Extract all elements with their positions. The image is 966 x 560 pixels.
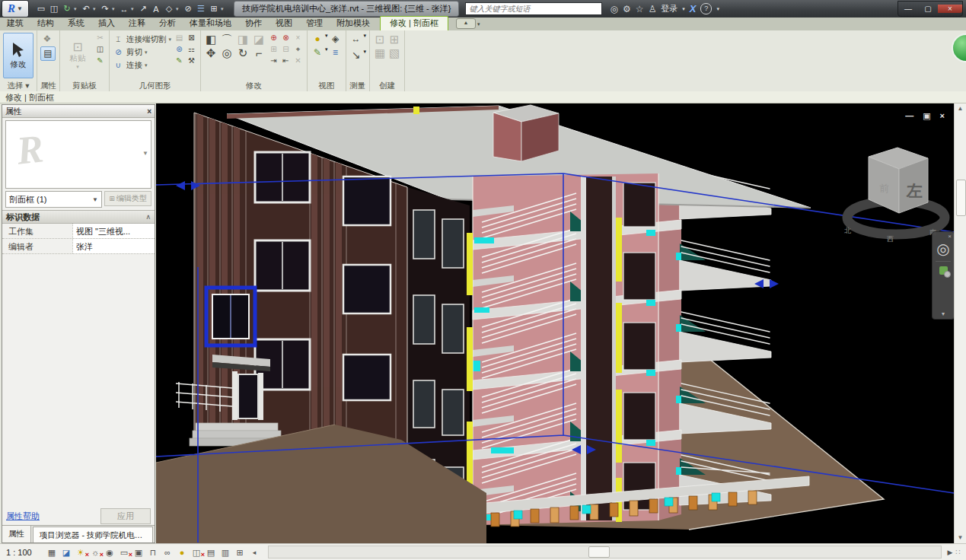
maximize-button[interactable]: ▢ [918, 5, 938, 13]
chevron-down-icon[interactable]: ▼ [142, 150, 148, 157]
offset-icon[interactable]: ⌒ [220, 33, 234, 46]
tab-analyze[interactable]: 分析 [152, 17, 183, 30]
cut-geometry-button[interactable]: ⊘ 剪切▾ [113, 46, 171, 59]
panel-label-clipboard[interactable]: 剪贴板 [60, 81, 109, 91]
wall-joins-icon[interactable]: ▤ [174, 33, 185, 43]
drawing-area[interactable]: 前 左 北 西 南 — ▣ × × ◎ ▾ [156, 103, 954, 543]
tab-architecture[interactable]: 建筑 [0, 17, 30, 30]
worksharing-display-off-icon[interactable]: ◫ [190, 546, 202, 558]
visual-style-icon[interactable]: ◪ [60, 546, 72, 558]
panel-label-select[interactable]: 选择 ▾ [0, 81, 37, 91]
rotate-icon[interactable]: ↻ [236, 46, 250, 59]
unjoin-icon[interactable]: ⊜ [174, 44, 185, 55]
close-icon[interactable]: × [147, 107, 151, 116]
cut-icon[interactable]: ✂ [94, 33, 106, 43]
exchange-apps-icon[interactable]: X [690, 3, 697, 14]
scroll-up-icon[interactable]: ▲ [955, 103, 966, 114]
thin-lines-toggle-icon[interactable]: ≡ [329, 46, 343, 59]
resize-grip[interactable]: ∷ [955, 548, 966, 556]
beam-cope-icon[interactable]: ⚏ [186, 44, 197, 55]
horizontal-scroll-thumb[interactable] [588, 546, 610, 558]
chevron-down-icon[interactable]: ▾ [112, 6, 117, 12]
app-menu-button[interactable]: R▼ [2, 0, 29, 18]
search-icon[interactable]: ◎ [610, 4, 617, 14]
measure-icon[interactable]: ↘ [349, 49, 363, 62]
render-icon[interactable]: ◈ [329, 33, 343, 46]
collapse-left-icon[interactable]: ◂ [248, 546, 260, 558]
toggle-reveal-icon[interactable]: ● [311, 33, 324, 46]
help-icon[interactable]: ? [700, 3, 712, 14]
detail-level-icon[interactable]: ▦ [46, 546, 58, 558]
edited-by-value[interactable]: 张洋 [72, 239, 155, 253]
panel-label-modify[interactable]: 修改 [201, 81, 307, 91]
viewcube-side-label[interactable]: 前 [879, 183, 889, 194]
join-end-cut-button[interactable]: ⌶ 连接端切割▾ [113, 33, 171, 46]
tab-insert[interactable]: 插入 [91, 17, 122, 30]
default-3d-view-icon[interactable]: ◇ [163, 4, 175, 14]
modify-tool-button[interactable]: 修改 [3, 33, 33, 78]
type-selector-dropdown[interactable]: 剖面框 (1) ▼ [5, 191, 102, 208]
horizontal-scrollbar[interactable] [268, 546, 942, 558]
demolish-hammer-icon[interactable]: ⚒ [186, 56, 197, 66]
tab-addins[interactable]: 附加模块 [330, 17, 377, 30]
align-icon[interactable]: ◧ [204, 33, 218, 46]
dimension-icon[interactable]: ↔ [118, 5, 130, 14]
sign-in-label[interactable]: 登录 [661, 3, 677, 14]
crop-view-off-icon[interactable]: ▭ [118, 546, 130, 558]
view-close-button[interactable]: × [940, 111, 945, 121]
trim-extend-multiple-icon[interactable]: ⇤ [280, 56, 292, 66]
panel-label-properties[interactable]: 属性 [37, 81, 59, 91]
split-element-icon[interactable]: ⊕ [268, 33, 279, 43]
collapse-chevron-icon[interactable]: ∧ [145, 213, 151, 221]
user-icon[interactable]: ♙ [648, 4, 656, 14]
viewcube-face-label[interactable]: 左 [906, 182, 923, 199]
redo-icon[interactable]: ↷ [99, 4, 111, 14]
chevron-down-icon[interactable]: ▾ [716, 6, 719, 12]
split-with-gap-icon[interactable]: ⊗ [280, 33, 292, 43]
tab-project-browser[interactable]: 项目浏览器 - 技师学院机电培训... [33, 527, 153, 542]
view-restore-button[interactable]: ▣ [923, 111, 930, 121]
chevron-down-icon[interactable]: ▾ [682, 6, 685, 12]
create-assembly-icon[interactable]: ▦ [373, 46, 387, 59]
temporary-hide-isolate-icon[interactable]: ∞ [161, 546, 174, 558]
displace-elements-icon[interactable]: ⊞ [234, 546, 246, 558]
delete-icon[interactable]: ✕ [292, 56, 304, 66]
scale-icon[interactable]: ⊟ [280, 44, 292, 55]
join-geometry-button[interactable]: ∪ 连接▾ [113, 59, 171, 72]
search-input[interactable] [465, 2, 602, 15]
scroll-down-icon[interactable]: ▼ [955, 533, 966, 543]
tab-massing-site[interactable]: 体量和场地 [183, 17, 238, 30]
copy-element-icon[interactable]: ◎ [220, 46, 234, 59]
demolish-icon[interactable]: ⊠ [186, 33, 197, 43]
close-button[interactable]: × [938, 5, 962, 13]
chevron-down-icon[interactable]: ▾ [131, 6, 136, 12]
properties-header[interactable]: 属性 × [2, 105, 155, 118]
open-icon[interactable]: ▭ [35, 4, 47, 14]
type-properties-icon[interactable]: ❖ [40, 33, 54, 46]
ribbon-collapse-button[interactable]: ▲ [456, 18, 476, 29]
edit-type-button[interactable]: ⊞ 编辑类型 [104, 191, 151, 206]
steering-wheel-icon[interactable]: ◎ [936, 241, 949, 256]
vertical-scroll-thumb[interactable] [956, 180, 966, 216]
thin-lines-icon[interactable]: ☰ [195, 4, 207, 14]
panel-label-create[interactable]: 创建 [370, 81, 404, 91]
save-icon[interactable]: ◫ [48, 4, 60, 14]
copy-icon[interactable]: ◫ [94, 44, 106, 55]
unpin-icon[interactable]: × [292, 33, 304, 43]
linework-icon[interactable]: ✎ [311, 46, 324, 59]
view-scale[interactable]: 1 : 100 [0, 548, 46, 557]
workset-value[interactable]: 视图 "三维视... [72, 224, 155, 238]
subscription-icon[interactable]: ⚙ [623, 4, 631, 14]
reveal-hidden-elements-icon[interactable]: ● [176, 546, 188, 558]
compass-west-label[interactable]: 西 [887, 235, 894, 243]
close-icon[interactable]: × [948, 233, 952, 240]
analytical-model-icon[interactable]: ▥ [219, 546, 231, 558]
tab-properties[interactable]: 属性 [2, 526, 31, 542]
compass-north-label[interactable]: 北 [844, 227, 851, 234]
view-minimize-button[interactable]: — [905, 111, 913, 121]
switch-windows-icon[interactable]: ⊞ [208, 4, 220, 14]
section-icon[interactable]: ⊘ [182, 4, 194, 14]
properties-help-link[interactable]: 属性帮助 [6, 511, 40, 522]
pin-icon[interactable]: ⌖ [292, 44, 304, 55]
panel-label-measure[interactable]: 测量 [346, 81, 370, 91]
